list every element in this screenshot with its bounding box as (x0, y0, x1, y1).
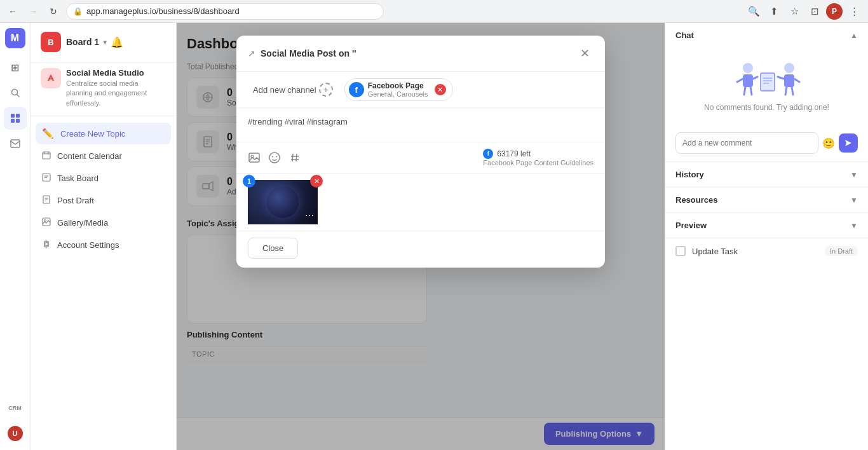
svg-line-43 (744, 87, 745, 95)
resources-section: Resources ▼ (665, 188, 868, 213)
share-browser-button[interactable]: ⬆ (765, 3, 783, 20)
gallery-icon (42, 217, 51, 228)
media-thumbnail: ⋯ (248, 180, 318, 224)
app-container: M ⊞ CRM U (0, 23, 868, 450)
modal-footer: f 63179 left Facebook Page Content Guide… (236, 142, 605, 173)
iconbar-home[interactable]: ⊞ (4, 56, 27, 79)
remove-channel-button[interactable]: ✕ (435, 84, 446, 95)
create-topic-icon: ✏️ (42, 128, 54, 139)
modal-header: ↗ Social Media Post on '' ✕ (236, 36, 605, 72)
chat-section-header[interactable]: Chat ▲ (665, 23, 868, 48)
address-bar[interactable]: 🔒 app.manageplus.io/business/8/dashboard (66, 3, 384, 20)
emoji-button[interactable]: 🙂 (822, 137, 835, 149)
image-tool-button[interactable] (248, 151, 261, 164)
resources-section-header[interactable]: Resources ▼ (665, 188, 868, 212)
channel-info: Facebook Page General, Carousels (368, 81, 428, 98)
svg-point-20 (44, 220, 46, 222)
hashtags-text: #trending #viral #instagram (248, 117, 593, 126)
sidebar-item-account-settings[interactable]: Account Settings (36, 235, 171, 256)
resources-title: Resources (675, 195, 717, 205)
svg-marker-55 (845, 140, 851, 146)
profile-avatar-browser[interactable]: P (826, 3, 843, 20)
modal-content-area[interactable]: #trending #viral #instagram (236, 108, 605, 142)
sidebar-item-create-new-topic[interactable]: ✏️ Create New Topic (36, 123, 171, 144)
fb-small-icon: f (483, 149, 493, 159)
update-task-row: Update Task In Draft (665, 238, 868, 264)
board-chevron: ▼ (102, 39, 108, 46)
preview-title: Preview (675, 221, 707, 230)
add-channel-label: Add new channel (253, 85, 316, 95)
close-modal-button[interactable]: Close (248, 238, 298, 259)
history-section-header[interactable]: History ▼ (665, 162, 868, 187)
svg-rect-2 (11, 114, 15, 118)
iconbar-crm[interactable]: CRM (4, 397, 27, 419)
refresh-button[interactable]: ↻ (46, 4, 61, 19)
modal-close-button[interactable]: ✕ (576, 44, 593, 62)
board-selector[interactable]: Board 1 ▼ 🔔 (66, 36, 123, 48)
bookmark-button[interactable]: ☆ (785, 3, 803, 20)
sidebar-item-content-calendar[interactable]: Content Calendar (36, 146, 171, 167)
sidebar-item-label-create: Create New Topic (60, 129, 125, 139)
sidebar-item-gallery[interactable]: Gallery/Media (36, 212, 171, 233)
preview-section-header[interactable]: Preview ▼ (665, 213, 868, 238)
sidebar-app-desc: Centralize social media planning and eng… (66, 79, 166, 108)
sidebar-app-row: Social Media Studio Centralize social me… (31, 63, 176, 116)
remove-media-button[interactable]: ✕ (310, 175, 323, 188)
expand-icon: ↗ (248, 48, 255, 58)
svg-line-44 (750, 87, 752, 95)
svg-rect-5 (16, 119, 20, 123)
hashtag-tool-button[interactable] (288, 151, 301, 164)
modal-footer-tools (248, 151, 301, 164)
sidebar-item-label-draft: Post Draft (57, 196, 94, 205)
svg-line-36 (296, 154, 297, 161)
app-logo: M (5, 28, 25, 48)
svg-line-53 (785, 87, 787, 95)
sidebar-item-post-draft[interactable]: Post Draft (36, 190, 171, 211)
svg-point-34 (276, 156, 277, 158)
iconbar-grid[interactable] (4, 107, 27, 130)
iconbar-search[interactable] (4, 81, 27, 104)
sidebar-item-label-settings: Account Settings (57, 240, 119, 250)
emoji-tool-button[interactable] (268, 151, 281, 164)
guidelines-label: Facebook Page Content Guidelines (483, 159, 593, 167)
svg-line-54 (792, 87, 793, 95)
sidebar-item-task-board[interactable]: Task Board (36, 168, 171, 189)
resources-chevron-icon: ▼ (850, 196, 858, 205)
menu-browser-button[interactable]: ⋮ (845, 3, 863, 20)
iconbar-email[interactable] (4, 132, 27, 155)
svg-rect-45 (761, 73, 775, 91)
social-media-post-modal: ↗ Social Media Post on '' ✕ Add new chan… (236, 36, 605, 268)
history-title: History (675, 170, 704, 179)
svg-line-51 (778, 77, 784, 79)
extensions-button[interactable]: ⊡ (806, 3, 824, 20)
comment-input-row: 🙂 (665, 127, 868, 161)
user-icon-bar[interactable]: U (4, 422, 27, 445)
svg-rect-3 (16, 114, 20, 118)
chat-chevron-icon: ▲ (850, 31, 858, 40)
history-chevron-icon: ▼ (850, 170, 858, 179)
search-browser-button[interactable]: 🔍 (745, 3, 763, 20)
forward-button[interactable]: → (25, 4, 41, 19)
notification-bell[interactable]: 🔔 (111, 36, 123, 48)
modal-overlay[interactable]: ↗ Social Media Post on '' ✕ Add new chan… (177, 23, 665, 417)
svg-rect-6 (11, 140, 20, 147)
add-channel-plus-icon: + (319, 83, 333, 97)
send-comment-button[interactable] (839, 133, 858, 153)
icon-bar: M ⊞ CRM U (0, 23, 31, 450)
media-options-button[interactable]: ⋯ (305, 210, 314, 221)
channel-subtitle: General, Carousels (368, 90, 428, 98)
sidebar-app-name: Social Media Studio (66, 68, 166, 78)
comment-input[interactable] (675, 132, 818, 154)
update-task-checkbox[interactable] (675, 246, 686, 256)
add-channel-button[interactable]: Add new channel + (248, 80, 338, 99)
media-thumbnail-wrapper: ⋯ 1 ✕ (248, 180, 318, 224)
settings-icon (42, 240, 51, 250)
back-button[interactable]: ← (5, 4, 20, 19)
media-badge: 1 (243, 175, 255, 188)
board-name: Board 1 (66, 37, 99, 47)
facebook-icon: f (349, 82, 364, 97)
svg-point-32 (269, 153, 280, 163)
chat-section: Chat ▲ (665, 23, 868, 162)
chat-content: No comments found. Try adding one! (665, 48, 868, 127)
svg-point-21 (45, 243, 48, 246)
